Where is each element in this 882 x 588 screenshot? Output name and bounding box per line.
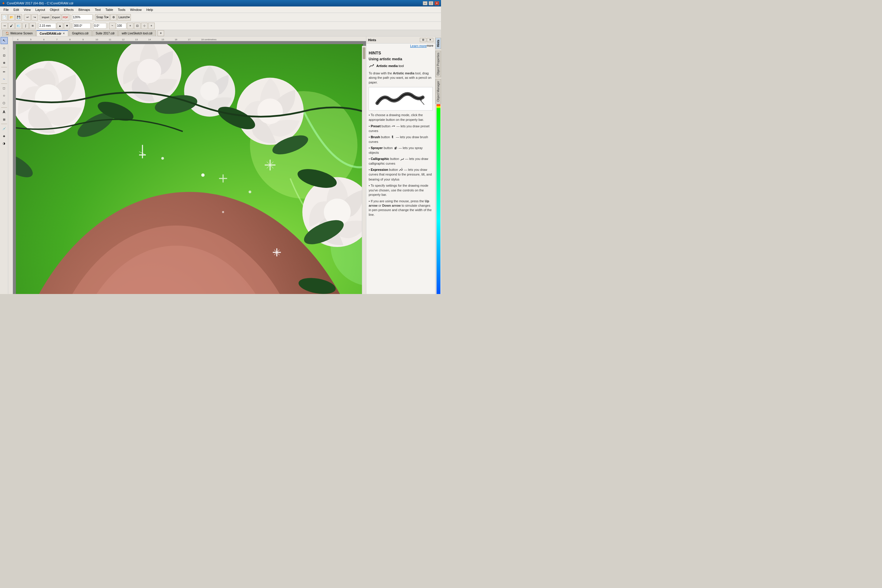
open-button[interactable]: 📂 (8, 14, 15, 21)
angle-input[interactable] (73, 23, 90, 29)
new-tab-button[interactable]: + (158, 30, 164, 36)
preset-button[interactable]: ⊸ (1, 22, 8, 29)
hints-panel-controls[interactable]: ⊡ ✕ (420, 38, 434, 42)
hints-preview-image (369, 87, 433, 111)
node-tool[interactable]: ◇ (1, 44, 8, 51)
opacity-input[interactable] (116, 23, 126, 29)
menu-item-bitmaps[interactable]: Bitmaps (76, 8, 93, 12)
table-tool[interactable]: ⊞ (1, 116, 8, 123)
expression-icon (399, 168, 403, 172)
svg-rect-76 (396, 147, 397, 148)
import-button[interactable]: Import (40, 14, 51, 21)
undo-button[interactable]: ↩ (24, 14, 31, 21)
canvas-content[interactable]: Artwork by Dmitrii Brighidov (13, 41, 366, 294)
expression-button[interactable]: ≋ (29, 22, 36, 29)
titlebar-right[interactable]: ─ □ ✕ (423, 1, 439, 5)
zoom-tool[interactable]: ⊕ (1, 59, 8, 66)
tab-graphics[interactable]: Graphics.cdr (69, 30, 92, 36)
menu-item-layout[interactable]: Layout (33, 8, 47, 12)
preview-svg (374, 88, 427, 109)
hints-brush-bullet: • Brush button — lets you draw brush cur… (369, 135, 433, 144)
toolbar-separator-4 (94, 14, 94, 20)
transparency-tool[interactable]: ◑ (1, 140, 8, 147)
menu-item-help[interactable]: Help (144, 8, 156, 12)
align-button[interactable]: + (148, 22, 154, 29)
hints-calligraphic-bullet: • Calligraphic button — lets you draw ca… (369, 156, 433, 166)
zoom-input[interactable]: 126% (72, 14, 93, 20)
text-tool[interactable]: A (1, 108, 8, 116)
tab-close-coreldraw[interactable]: ✕ (63, 32, 65, 35)
menu-item-tools[interactable]: Tools (116, 8, 128, 12)
tab-livesketch[interactable]: with LiveSketch tool.cdr (118, 30, 156, 36)
tab-coreldraw[interactable]: CorelDRAW.cdr ✕ (36, 30, 68, 36)
hints-pressure-note: • If you are using the mouse, press the … (369, 199, 433, 217)
svg-point-78 (397, 148, 397, 149)
freehand-tool[interactable]: ✏ (1, 68, 8, 75)
hints-close-button[interactable]: ✕ (427, 38, 434, 42)
titlebar-left: ✦ CorelDRAW 2017 (64-Bit) - C:\CorelDRAW… (2, 1, 74, 6)
right-panel-tabs: Hints Object Properties Object Manager (436, 36, 440, 104)
artwork-svg: Artwork by Dmitrii Brighidov (16, 44, 363, 294)
color-gradient-strip-2[interactable] (436, 108, 440, 294)
artistic-media-tool[interactable]: ~ (1, 75, 8, 82)
brush-button[interactable]: 🖌 (8, 22, 15, 29)
select-tool[interactable]: ↖ (1, 37, 8, 44)
menu-item-text[interactable]: Text (92, 8, 103, 12)
learn-more-top-link[interactable]: Learn more (410, 44, 427, 48)
menu-item-object[interactable]: Object (47, 8, 62, 12)
smooth-button[interactable]: ~ (109, 22, 116, 29)
tab-welcome[interactable]: 🏠 Welcome Screen (2, 30, 36, 36)
svg-point-66 (161, 157, 164, 160)
options-button[interactable]: ⚙ (110, 14, 117, 21)
size-stepper-up[interactable]: ▲ (57, 22, 63, 29)
size-stepper-down[interactable]: ▼ (64, 22, 70, 29)
redo-button[interactable]: ↪ (32, 14, 38, 21)
menu-item-file[interactable]: File (1, 8, 11, 12)
crop-marks-button[interactable]: ⊡ (134, 22, 141, 29)
svg-point-28 (35, 84, 62, 111)
hints-description: To draw with the Artistic media tool, dr… (369, 71, 433, 85)
pdf-button[interactable]: PDF (62, 14, 69, 21)
toolbox: ↖ ◇ ⊡ ⊕ ✏ ~ □ ○ ⬡ A ⊞ 💉 ◈ ◑ + (0, 36, 8, 294)
app-logo: ✦ (2, 1, 5, 6)
ruler-content: 4 5 6 7 8 9 10 11 12 13 14 15 16 17 18 c… (13, 36, 216, 41)
hints-content: HINTS Using artistic media Artistic medi… (366, 48, 435, 294)
menu-item-view[interactable]: View (21, 8, 33, 12)
snap-to-button[interactable]: Snap To ▾ (95, 14, 110, 21)
hints-tab[interactable]: Hints (435, 38, 441, 49)
color-gradient-strip[interactable] (436, 104, 440, 108)
export-button[interactable]: Export (51, 14, 61, 21)
object-manager-tab[interactable]: Object Manager (435, 79, 441, 104)
rotation-input[interactable] (93, 23, 106, 29)
canvas-area[interactable]: 4 5 6 7 8 9 10 11 12 13 14 15 16 17 18 c… (8, 36, 366, 294)
polygon-tool[interactable]: ⬡ (1, 99, 8, 106)
minimize-button[interactable]: ─ (423, 1, 428, 5)
launch-button[interactable]: Launch ▾ (117, 14, 131, 21)
new-button[interactable]: 📄 (1, 14, 8, 21)
size-input[interactable] (39, 23, 56, 29)
vertical-scrollbar[interactable] (362, 46, 366, 294)
v-scroll-thumb[interactable] (363, 47, 366, 59)
svg-point-32 (257, 99, 283, 124)
hints-float-button[interactable]: ⊡ (420, 38, 426, 42)
rectangle-tool[interactable]: □ (1, 85, 8, 92)
transform-button[interactable]: ⊹ (141, 22, 148, 29)
menu-item-window[interactable]: Window (128, 8, 144, 12)
plus-button[interactable]: + (127, 22, 134, 29)
calligraphic-button[interactable]: ∫ (22, 22, 29, 29)
sprayer-button[interactable]: 💨 (15, 22, 22, 29)
toolbar-separator (23, 14, 23, 20)
restore-button[interactable]: □ (429, 1, 434, 5)
menu-item-effects[interactable]: Effects (62, 8, 76, 12)
tab-suite[interactable]: Suite 2017.cdr (93, 30, 118, 36)
close-button[interactable]: ✕ (435, 1, 439, 5)
save-button[interactable]: 💾 (15, 14, 22, 21)
eyedropper-tool[interactable]: 💉 (1, 125, 8, 132)
fill-tool[interactable]: ◈ (1, 132, 8, 140)
menu-item-table[interactable]: Table (103, 8, 116, 12)
crop-tool[interactable]: ⊡ (1, 52, 8, 59)
ellipse-tool[interactable]: ○ (1, 92, 8, 99)
menu-item-edit[interactable]: Edit (11, 8, 21, 12)
object-properties-tab[interactable]: Object Properties (435, 51, 441, 77)
toolbar-separator-3 (70, 14, 71, 20)
